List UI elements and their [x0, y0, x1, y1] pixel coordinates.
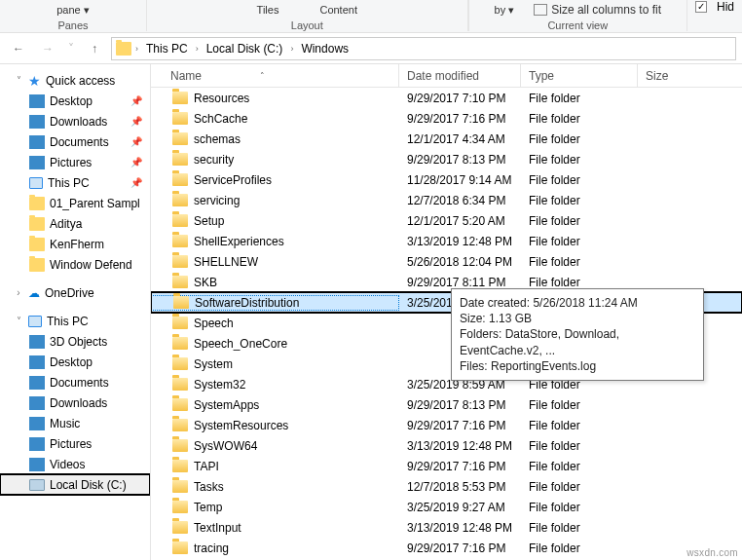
- address-bar[interactable]: › This PC › Local Disk (C:) › Windows: [111, 37, 736, 60]
- sidebar-videos[interactable]: Videos: [0, 454, 150, 474]
- sidebar-label: Downloads: [50, 396, 107, 410]
- sort-by-dropdown[interactable]: by ▾: [489, 0, 521, 19]
- crumb-localdisk[interactable]: Local Disk (C:): [203, 42, 287, 56]
- table-row[interactable]: Setup12/1/2017 5:20 AMFile folder: [151, 210, 742, 231]
- sidebar-desktop[interactable]: Desktop📌: [0, 91, 150, 111]
- cell-name: ServiceProfiles: [151, 173, 399, 187]
- table-row[interactable]: TAPI9/29/2017 7:16 PMFile folder: [151, 456, 742, 476]
- table-row[interactable]: security9/29/2017 8:13 PMFile folder: [151, 149, 742, 169]
- table-row[interactable]: SchCache9/29/2017 7:16 PMFile folder: [151, 108, 742, 129]
- sidebar-thispc[interactable]: This PC📌: [0, 172, 150, 193]
- table-row[interactable]: Resources9/29/2017 7:10 PMFile folder: [151, 88, 742, 108]
- table-row[interactable]: ShellExperiences3/13/2019 12:48 PMFile f…: [151, 231, 742, 251]
- expand-icon[interactable]: ˅: [14, 75, 23, 86]
- sidebar-onedrive[interactable]: ›☁OneDrive: [0, 282, 150, 303]
- column-headers: Name˄ Date modified Type Size: [151, 64, 742, 88]
- sidebar-kenfherm[interactable]: KenFherm: [0, 234, 150, 254]
- forward-button[interactable]: →: [35, 37, 60, 60]
- ribbon-right: Hid: [687, 0, 742, 14]
- documents-icon: [29, 376, 45, 390]
- folder-icon: [173, 296, 189, 309]
- sidebar-thispc-root[interactable]: ˅This PC: [0, 311, 150, 331]
- sidebar-label: Local Disk (C:): [50, 478, 127, 492]
- sidebar-pictures[interactable]: Pictures📌: [0, 152, 150, 172]
- column-header-name[interactable]: Name˄: [151, 64, 399, 87]
- folder-icon: [172, 521, 188, 534]
- back-button[interactable]: ←: [6, 37, 31, 60]
- cell-name: ShellExperiences: [151, 235, 399, 248]
- size-all-label: Size all columns to fit: [551, 3, 661, 17]
- pin-icon: 📌: [130, 95, 150, 106]
- sidebar-downloads2[interactable]: Downloads: [0, 392, 150, 413]
- crumb-windows[interactable]: Windows: [297, 42, 352, 56]
- cell-type: File folder: [521, 112, 638, 126]
- table-row[interactable]: SystemResources9/29/2017 7:16 PMFile fol…: [151, 415, 742, 435]
- ribbon-group-layout: Tiles Content Layout: [146, 0, 468, 31]
- sidebar-documents[interactable]: Documents📌: [0, 131, 150, 152]
- cell-type: File folder: [521, 541, 638, 555]
- sidebar-label: OneDrive: [45, 286, 94, 300]
- expand-icon[interactable]: ˅: [14, 316, 23, 326]
- videos-icon: [29, 458, 45, 471]
- cell-name: SystemApps: [151, 398, 399, 412]
- file-name: ServiceProfiles: [194, 173, 272, 187]
- up-button[interactable]: ↑: [82, 37, 107, 60]
- table-row[interactable]: Temp3/25/2019 9:27 AMFile folder: [151, 497, 742, 517]
- table-row[interactable]: tracing9/29/2017 7:16 PMFile folder: [151, 538, 742, 558]
- pane-dropdown[interactable]: pane ▾: [51, 0, 95, 19]
- sidebar-documents2[interactable]: Documents: [0, 372, 150, 392]
- sidebar-downloads[interactable]: Downloads📌: [0, 111, 150, 131]
- folder-icon: [29, 258, 45, 272]
- column-header-type[interactable]: Type: [521, 64, 638, 87]
- folder-icon: [172, 173, 188, 186]
- sidebar-quick-access[interactable]: ˅★Quick access: [0, 70, 150, 91]
- crumb-thispc[interactable]: This PC: [142, 42, 192, 56]
- ribbon: pane ▾ Panes Tiles Content Layout by ▾ S…: [0, 0, 742, 33]
- expand-icon[interactable]: ›: [14, 287, 23, 298]
- size-all-columns[interactable]: Size all columns to fit: [528, 0, 667, 19]
- sidebar-label: This PC: [47, 315, 89, 328]
- pin-icon: 📌: [130, 116, 150, 127]
- table-row[interactable]: SystemApps9/29/2017 8:13 PMFile folder: [151, 394, 742, 415]
- chevron-right-icon: ›: [290, 44, 293, 54]
- hidden-items-checkbox[interactable]: [695, 1, 707, 13]
- layout-tiles[interactable]: Tiles: [251, 0, 285, 19]
- sidebar-label: 01_Parent Sampl: [50, 197, 140, 210]
- sidebar-localdisk[interactable]: Local Disk (C:): [0, 474, 150, 495]
- file-name: security: [194, 153, 234, 167]
- tooltip-line: Size: 1.13 GB: [460, 311, 695, 326]
- table-row[interactable]: TextInput3/13/2019 12:48 PMFile folder: [151, 517, 742, 538]
- sidebar-aditya[interactable]: Aditya: [0, 213, 150, 234]
- sidebar-3dobjects[interactable]: 3D Objects: [0, 331, 150, 352]
- column-label: Name: [170, 69, 202, 83]
- table-row[interactable]: ServiceProfiles11/28/2017 9:14 AMFile fo…: [151, 169, 742, 190]
- sidebar-pictures2[interactable]: Pictures: [0, 433, 150, 454]
- table-row[interactable]: SysWOW643/13/2019 12:48 PMFile folder: [151, 435, 742, 456]
- file-name: ShellExperiences: [194, 235, 284, 248]
- table-row[interactable]: SHELLNEW5/26/2018 12:04 PMFile folder: [151, 251, 742, 272]
- folder-icon: [172, 214, 188, 227]
- folder-icon: [116, 42, 131, 56]
- folder-icon: [29, 217, 45, 231]
- recent-dropdown[interactable]: ˅: [64, 37, 78, 60]
- column-header-size[interactable]: Size: [638, 64, 742, 87]
- cell-name: Tasks: [151, 480, 399, 494]
- cell-date: 12/7/2018 6:34 PM: [399, 194, 521, 207]
- sidebar-music[interactable]: Music: [0, 413, 150, 433]
- table-row[interactable]: schemas12/1/2017 4:34 AMFile folder: [151, 129, 742, 149]
- layout-content[interactable]: Content: [314, 0, 363, 19]
- cell-type: File folder: [521, 439, 638, 453]
- cell-name: SystemResources: [151, 419, 399, 432]
- table-row[interactable]: Tasks12/7/2018 5:53 PMFile folder: [151, 476, 742, 497]
- sidebar-desktop2[interactable]: Desktop: [0, 352, 150, 372]
- cell-name: System: [151, 357, 399, 371]
- music-icon: [29, 417, 45, 430]
- sidebar-parent[interactable]: 01_Parent Sampl: [0, 193, 150, 213]
- column-header-date[interactable]: Date modified: [399, 64, 521, 87]
- sidebar-label: Music: [50, 417, 80, 430]
- sidebar-windowdefend[interactable]: Window Defend: [0, 254, 150, 275]
- ribbon-group-label-panes: Panes: [57, 19, 88, 31]
- documents-icon: [29, 135, 45, 149]
- cell-name: SchCache: [151, 112, 399, 126]
- table-row[interactable]: servicing12/7/2018 6:34 PMFile folder: [151, 190, 742, 210]
